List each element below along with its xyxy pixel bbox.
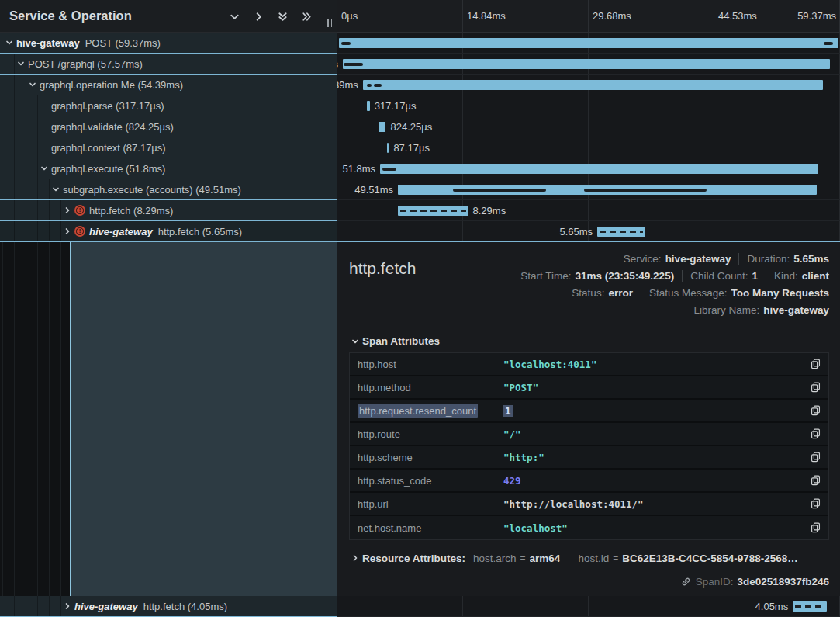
chevrons-right-icon[interactable] bbox=[300, 10, 313, 23]
timeline-tick: 44.53ms bbox=[718, 10, 757, 22]
span-timeline-cell[interactable]: 317.17µs bbox=[337, 95, 840, 116]
resource-attributes-row[interactable]: Resource Attributes: host.arch=arm64host… bbox=[351, 549, 829, 567]
copy-icon[interactable] bbox=[808, 380, 822, 394]
attribute-value-text: "http://localhost:4011/" bbox=[503, 498, 644, 510]
attribute-row[interactable]: http.url"http://localhost:4011/" bbox=[350, 493, 828, 516]
attribute-row[interactable]: http.status_code429 bbox=[350, 470, 828, 493]
meta-label: Library Name: bbox=[693, 304, 759, 316]
chevron-down-icon[interactable] bbox=[29, 81, 36, 88]
chevron-down-icon[interactable] bbox=[52, 185, 60, 193]
span-row-label-cell[interactable]: POST /graphql (57.57ms) bbox=[0, 54, 337, 75]
span-duration-bar[interactable] bbox=[343, 59, 830, 69]
span-row-label-cell[interactable]: subgraph.execute (accounts) (49.51ms) bbox=[0, 179, 337, 200]
chevron-down-icon[interactable] bbox=[228, 10, 240, 23]
meta-divider bbox=[641, 287, 641, 299]
span-detail-header: http.fetch Service:hive-gatewayDuration:… bbox=[349, 252, 829, 317]
span-row[interactable]: graphql.execute (51.8ms)51.8ms bbox=[0, 158, 840, 179]
span-row[interactable]: hive-gatewayhttp.fetch (4.05ms)4.05ms bbox=[0, 596, 840, 617]
span-row-label-cell[interactable]: hive-gatewayPOST (59.37ms) bbox=[0, 33, 337, 54]
attribute-key-text: http.route bbox=[358, 428, 400, 440]
chevron-right-icon[interactable] bbox=[64, 602, 71, 610]
child-span-mark bbox=[367, 84, 372, 87]
panel-resize-handle[interactable] bbox=[327, 19, 334, 27]
bottom-span-row: hive-gatewayhttp.fetch (4.05ms)4.05ms bbox=[0, 596, 840, 617]
error-icon: ! bbox=[74, 226, 85, 237]
span-operation-name: graphql.validate (824.25µs) bbox=[51, 121, 174, 133]
attribute-row[interactable]: http.request.resend_count1 bbox=[350, 400, 828, 423]
span-duration-bar[interactable] bbox=[339, 38, 838, 48]
copy-icon[interactable] bbox=[808, 357, 822, 371]
span-timeline-cell[interactable]: 87.17µs bbox=[337, 137, 840, 158]
span-duration-bar[interactable] bbox=[398, 206, 468, 216]
span-row-label-cell[interactable]: !http.fetch (8.29ms) bbox=[0, 200, 337, 221]
span-row[interactable]: !hive-gatewayhttp.fetch (5.65ms)5.65ms bbox=[0, 221, 840, 242]
meta-label: Service: bbox=[624, 253, 662, 265]
chevron-down-icon[interactable] bbox=[17, 60, 25, 68]
span-timeline-cell[interactable]: 49.51ms bbox=[337, 179, 840, 200]
span-row-label-cell[interactable]: graphql.context (87.17µs) bbox=[0, 137, 337, 158]
attribute-row[interactable]: http.route"/" bbox=[350, 423, 828, 446]
span-duration-bar[interactable] bbox=[379, 122, 385, 132]
copy-icon[interactable] bbox=[808, 450, 822, 464]
span-row[interactable]: graphql.validate (824.25µs)824.25µs bbox=[0, 116, 840, 137]
span-timeline-cell[interactable] bbox=[337, 33, 840, 54]
span-row-label-cell[interactable]: graphql.execute (51.8ms) bbox=[0, 158, 337, 179]
attribute-row[interactable]: net.host.name"localhost" bbox=[350, 516, 828, 539]
span-row-label-cell[interactable]: graphql.validate (824.25µs) bbox=[0, 116, 337, 137]
chevron-right-icon[interactable] bbox=[40, 123, 48, 130]
attribute-row[interactable]: http.method"POST" bbox=[350, 376, 828, 400]
span-duration-bar[interactable] bbox=[367, 101, 369, 111]
span-row[interactable]: graphql.parse (317.17µs)317.17µs bbox=[0, 95, 840, 116]
chevron-down-icon bbox=[351, 338, 359, 345]
chevron-right-icon[interactable] bbox=[40, 102, 48, 109]
span-row[interactable]: graphql.context (87.17µs)87.17µs bbox=[0, 137, 840, 158]
copy-icon[interactable] bbox=[808, 473, 822, 487]
span-row-label-cell[interactable]: !hive-gatewayhttp.fetch (5.65ms) bbox=[0, 221, 337, 242]
span-operation-name: http.fetch (8.29ms) bbox=[89, 205, 173, 217]
span-timeline-cell[interactable]: 824.25µs bbox=[337, 116, 840, 137]
span-duration-bar[interactable] bbox=[363, 80, 824, 90]
span-duration-bar[interactable] bbox=[398, 185, 817, 195]
span-attributes-header[interactable]: Span Attributes bbox=[351, 335, 829, 347]
meta-value: Too Many Requests bbox=[731, 287, 829, 299]
span-timeline-cell[interactable]: 54.39ms bbox=[337, 75, 840, 95]
copy-icon[interactable] bbox=[808, 404, 822, 418]
span-duration-bar[interactable] bbox=[380, 164, 818, 174]
copy-icon[interactable] bbox=[808, 497, 822, 511]
chevron-right-icon[interactable] bbox=[40, 144, 48, 151]
span-row-label-cell[interactable]: graphql.parse (317.17µs) bbox=[0, 95, 337, 116]
span-timeline-cell[interactable]: 57.57ms bbox=[337, 54, 840, 75]
span-row[interactable]: subgraph.execute (accounts) (49.51ms)49.… bbox=[0, 179, 840, 200]
attribute-row[interactable]: http.scheme"http:" bbox=[350, 446, 828, 470]
span-row[interactable]: graphql.operation Me (54.39ms)54.39ms bbox=[0, 75, 840, 95]
span-row[interactable]: POST /graphql (57.57ms)57.57ms bbox=[0, 54, 840, 75]
chevron-right-icon[interactable] bbox=[64, 227, 71, 235]
attribute-row[interactable]: http.host"localhost:4011" bbox=[350, 353, 828, 376]
chevron-down-icon[interactable] bbox=[40, 165, 48, 172]
meta-value: 1 bbox=[752, 270, 758, 282]
span-operation-name: POST (59.37ms) bbox=[85, 37, 161, 49]
span-duration-bar[interactable] bbox=[387, 143, 389, 153]
span-row-label-cell[interactable]: hive-gatewayhttp.fetch (4.05ms) bbox=[0, 596, 337, 617]
copy-icon[interactable] bbox=[808, 427, 822, 441]
attribute-value-text: "/" bbox=[503, 428, 521, 440]
span-duration-bar[interactable] bbox=[793, 601, 827, 612]
span-timeline-cell[interactable]: 51.8ms bbox=[337, 158, 840, 179]
span-service-name: hive-gateway bbox=[16, 37, 80, 49]
chevron-down-icon[interactable] bbox=[5, 39, 13, 47]
chevron-right-icon[interactable] bbox=[64, 206, 71, 214]
chevrons-down-icon[interactable] bbox=[276, 10, 289, 23]
copy-icon[interactable] bbox=[808, 521, 822, 535]
timeline-tick: 14.84ms bbox=[467, 10, 506, 22]
link-icon[interactable] bbox=[680, 576, 692, 588]
span-timeline-cell[interactable]: 5.65ms bbox=[337, 221, 840, 242]
attribute-key: http.request.resend_count bbox=[358, 405, 503, 417]
span-timeline-cell[interactable]: 4.05ms bbox=[337, 596, 840, 617]
span-row[interactable]: hive-gatewayPOST (59.37ms) bbox=[0, 33, 840, 54]
span-timeline-cell[interactable]: 8.29ms bbox=[337, 200, 840, 221]
chevron-right-icon[interactable] bbox=[252, 10, 264, 23]
span-row[interactable]: !http.fetch (8.29ms)8.29ms bbox=[0, 200, 840, 221]
span-row-label-cell[interactable]: graphql.operation Me (54.39ms) bbox=[0, 75, 337, 95]
span-duration-bar[interactable] bbox=[597, 227, 645, 237]
attribute-value: "http:" bbox=[503, 452, 808, 463]
